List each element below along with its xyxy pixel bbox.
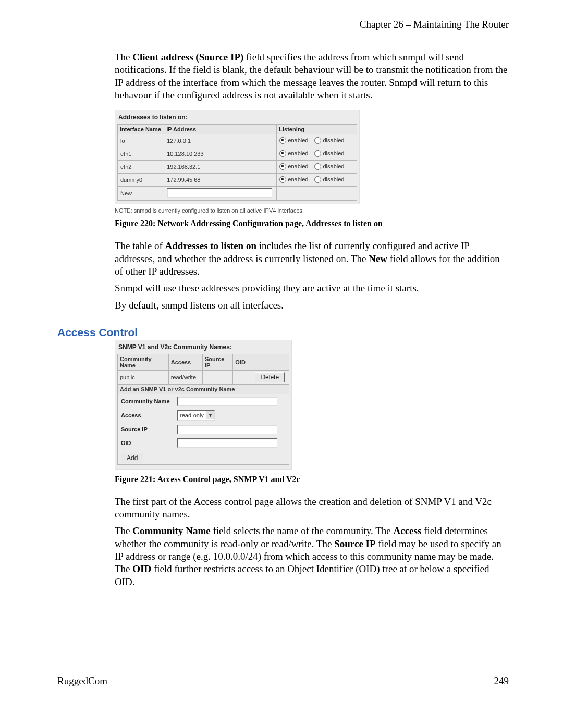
snmp-panel: SNMP V1 and V2c Community Names: Communi… xyxy=(115,340,292,470)
snmp-panel-title: SNMP V1 and V2c Community Names: xyxy=(118,343,289,351)
radio-disabled-label: disabled xyxy=(323,163,344,169)
radio-disabled-icon[interactable] xyxy=(314,163,321,170)
table-row: eth1 10.128.10.233 enabled disabled xyxy=(118,147,357,161)
footer-rule xyxy=(57,672,509,672)
radio-disabled-icon[interactable] xyxy=(314,137,321,144)
text: field selects the name of the community.… xyxy=(211,525,394,536)
footer-page-number: 249 xyxy=(494,675,509,687)
oid-input[interactable] xyxy=(177,438,277,448)
chevron-down-icon: ▼ xyxy=(206,411,214,419)
cell-interface: eth1 xyxy=(118,147,164,161)
paragraph-client-address: The Client address (Source IP) field spe… xyxy=(115,51,509,102)
cell-ip: 127.0.0.1 xyxy=(164,134,277,147)
radio-enabled-label: enabled xyxy=(288,163,308,169)
cell-interface: lo xyxy=(118,134,164,147)
new-label: New xyxy=(118,187,164,201)
table-row: lo 127.0.0.1 enabled disabled xyxy=(118,134,357,147)
bold-client-address: Client address (Source IP) xyxy=(132,52,243,63)
bold: OID xyxy=(132,563,151,574)
cell-listening: enabled disabled xyxy=(277,134,357,147)
paragraph-access-control: The first part of the Access control pag… xyxy=(115,496,509,521)
cell-interface: eth2 xyxy=(118,161,164,174)
section-access-control: Access Control xyxy=(57,326,509,339)
radio-disabled-label: disabled xyxy=(323,150,344,156)
paragraph-default: By default, snmpd listens on all interfa… xyxy=(115,299,509,312)
table-row: public read/write Delete xyxy=(118,370,289,384)
bold: Source IP xyxy=(334,538,375,549)
radio-enabled-label: enabled xyxy=(288,137,308,143)
access-select[interactable]: read-only ▼ xyxy=(177,410,215,421)
new-ip-input[interactable] xyxy=(167,188,272,198)
radio-enabled-icon[interactable] xyxy=(279,163,286,170)
text: The table of xyxy=(115,240,165,251)
add-button[interactable]: Add xyxy=(121,453,143,463)
paragraph-fields: The Community Name field selects the nam… xyxy=(115,525,509,588)
radio-enabled-icon[interactable] xyxy=(279,176,286,183)
add-section-header: Add an SNMP V1 or v2c Community Name xyxy=(118,384,289,394)
table-row: dummy0 172.99.45.68 enabled disabled xyxy=(118,174,357,187)
cell-oid xyxy=(233,370,251,384)
col-source-ip: Source IP xyxy=(202,354,232,370)
cell-access: read/write xyxy=(168,370,202,384)
addresses-panel: Addresses to listen on: Interface Name I… xyxy=(115,110,360,204)
label-community-name: Community Name xyxy=(121,398,177,404)
chapter-header: Chapter 26 – Maintaining The Router xyxy=(57,19,509,30)
community-name-input[interactable] xyxy=(177,397,277,406)
label-source-ip: Source IP xyxy=(121,426,177,433)
col-oid: OID xyxy=(233,354,251,370)
access-select-value: read-only xyxy=(180,412,204,418)
radio-enabled-label: enabled xyxy=(288,176,308,182)
cell-listening: enabled disabled xyxy=(277,147,357,161)
col-action xyxy=(251,354,289,370)
radio-enabled-icon[interactable] xyxy=(279,150,286,157)
cell-ip: 192.168.32.1 xyxy=(164,161,277,174)
radio-disabled-icon[interactable] xyxy=(314,150,321,157)
label-access: Access xyxy=(121,412,177,418)
col-community-name: Community Name xyxy=(118,354,169,370)
col-interface: Interface Name xyxy=(118,125,164,134)
addresses-panel-title: Addresses to listen on: xyxy=(118,114,357,121)
radio-enabled-icon[interactable] xyxy=(279,137,286,144)
cell-ip: 172.99.45.68 xyxy=(164,174,277,187)
col-access: Access xyxy=(168,354,202,370)
bold: New xyxy=(369,253,387,264)
cell-community-name: public xyxy=(118,370,169,384)
bold: Community Name xyxy=(132,525,210,536)
figure-221-caption: Figure 221: Access Control page, SNMP V1… xyxy=(115,475,509,484)
cell-interface: dummy0 xyxy=(118,174,164,187)
cell-listening: enabled disabled xyxy=(277,161,357,174)
new-ip-cell xyxy=(164,187,277,201)
radio-disabled-label: disabled xyxy=(323,176,344,182)
note-text: NOTE: snmpd is currently configured to l… xyxy=(115,207,509,214)
text: field further restricts access to an Obj… xyxy=(115,563,489,587)
radio-disabled-label: disabled xyxy=(323,137,344,143)
footer-left: RuggedCom xyxy=(57,675,107,687)
col-listening: Listening xyxy=(277,125,357,134)
figure-220-caption: Figure 220: Network Addressing Configura… xyxy=(115,219,509,228)
delete-button[interactable]: Delete xyxy=(255,372,285,382)
new-listen-cell xyxy=(277,187,357,201)
cell-delete: Delete xyxy=(251,370,289,384)
cell-ip: 10.128.10.233 xyxy=(164,147,277,161)
paragraph-addresses-table: The table of Addresses to listen on incl… xyxy=(115,240,509,278)
text: The xyxy=(115,525,132,536)
radio-enabled-label: enabled xyxy=(288,150,308,156)
bold: Addresses to listen on xyxy=(165,240,256,251)
bold: Access xyxy=(394,525,422,536)
table-row: eth2 192.168.32.1 enabled disabled xyxy=(118,161,357,174)
snmp-table: Community Name Access Source IP OID publ… xyxy=(117,354,289,465)
label-oid: OID xyxy=(121,440,177,446)
addresses-table: Interface Name IP Address Listening lo 1… xyxy=(117,124,357,201)
text: The xyxy=(115,52,132,63)
col-ip: IP Address xyxy=(164,125,277,134)
cell-source-ip xyxy=(202,370,232,384)
cell-listening: enabled disabled xyxy=(277,174,357,187)
table-row-new: New xyxy=(118,187,357,201)
paragraph-active: Snmpd will use these addresses providing… xyxy=(115,282,509,294)
source-ip-input[interactable] xyxy=(177,425,277,434)
radio-disabled-icon[interactable] xyxy=(314,176,321,183)
